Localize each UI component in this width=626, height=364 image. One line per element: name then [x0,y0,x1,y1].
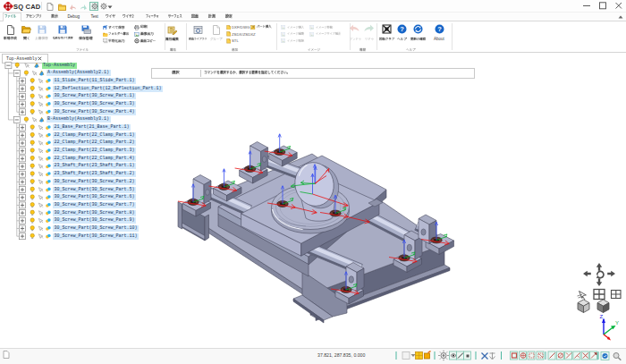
svg-text:Y: Y [615,320,619,326]
svg-text:Z: Z [600,314,604,319]
